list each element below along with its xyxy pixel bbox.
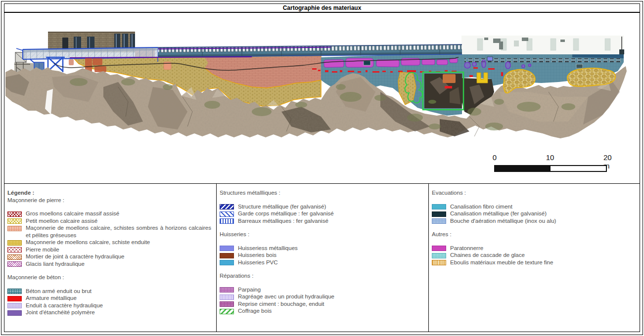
legend-item: Petit moellon calcaire assisé [7, 217, 211, 225]
ragreage-swatch [220, 294, 234, 300]
legend-item: Barreaux métalliques : fer galvanisé [220, 217, 423, 225]
legend-section-title: Maçonnerie de pierre : [7, 197, 211, 204]
legend-item: Mortier de joint à caractère hydraulique [7, 253, 211, 260]
legend-section-title: Autres : [432, 231, 635, 238]
legend-item: Bouche d'aération métallique (inox ou al… [432, 217, 635, 225]
schiste-enduite-swatch [7, 240, 22, 246]
content-box: 0 10 20 m Légende :Maçonnerie de pierre … [4, 12, 640, 332]
legend-item-label: Garde corps métallique : fer galvanisé [238, 210, 423, 217]
structure-metallique-swatch [220, 204, 234, 210]
legend-item: Paratonnerre [432, 245, 635, 252]
legend-section: Autres :ParatonnerreChaines de cascade d… [432, 231, 635, 266]
legend-item-label: Canalisation fibro ciment [450, 203, 635, 210]
chaines-glace-swatch [432, 253, 446, 258]
huisserie-metal-swatch [220, 246, 234, 251]
legend-item: Huisseriess métalliques [220, 245, 423, 252]
huisserie-pvc-swatch [220, 260, 234, 265]
legend-item-label: Maçonnerie de moellons calcaire, schiste… [26, 239, 211, 246]
legend-section: Huisseries :Huisseriess métalliquesHuiss… [220, 231, 423, 266]
legend-item: Parpaing [220, 286, 423, 294]
legend-item: Ragréage avec un produit hydraulique [220, 293, 423, 300]
legend-item: Canalisation fibro ciment [432, 203, 635, 210]
legend-section: Réparations :ParpaingRagréage avec un pr… [220, 272, 423, 315]
bouche-aeration-swatch [432, 218, 446, 224]
title-bar: Cartographie des materiaux [4, 3, 640, 12]
glacis-swatch [7, 261, 22, 267]
legend-item-label: Reprise ciment : bouchage, enduit [238, 300, 423, 308]
legend-section: Evacuations :Canalisation fibro cimentCa… [432, 189, 635, 224]
legend-item-label: Gros moellons calcaire massif assisé [26, 210, 211, 217]
coffrage-zone [398, 72, 463, 110]
legend-item: Structure métallique (fer galvanisé) [220, 203, 423, 210]
canalisation-fibro-swatch [432, 204, 446, 210]
white-building [461, 36, 624, 54]
reprise-ciment-swatch [220, 301, 234, 307]
legend-item-label: Pierre mobile [26, 246, 211, 253]
legend-item-label: Barreaux métalliques : fer galvanisé [238, 217, 423, 225]
legend-column-2: Structures métallliques :Structure métal… [216, 184, 428, 332]
metal-frame-box [487, 57, 493, 61]
legend-item-label: Enduit à caractère hydraulique [26, 302, 211, 309]
figure-area: 0 10 20 m [4, 13, 640, 183]
legend-item: Gros moellons calcaire massif assisé [7, 210, 211, 217]
legend-item-label: Armature métallique [26, 294, 211, 302]
legend-item: Enduit à caractère hydraulique [7, 302, 211, 309]
legend-item: Huisseries bois [220, 252, 423, 259]
legend-item: Maçonnerie de moellons calcaire, schiste… [7, 239, 211, 246]
legend-item-label: Huisseriess métalliques [238, 245, 423, 252]
legend-section-title: Structures métallliques : [220, 189, 423, 197]
scale-bar-white-segment [551, 166, 606, 171]
legend-item: Garde corps métallique : fer galvanisé [220, 210, 423, 217]
legend-item: Eboulis matériaux meuble de texture fine [432, 259, 635, 266]
legend-item-label: Chaines de cascade de glace [450, 252, 635, 259]
legend-item-label: Canalisation métallique (fer galvanisé) [450, 210, 635, 217]
petit-moellon-swatch [7, 218, 22, 224]
legend-item-label: Huisseries PVC [238, 259, 423, 266]
legend-item: Glacis liant hydraulique [7, 260, 211, 268]
joint-polymere-swatch [7, 310, 22, 316]
legend-section-title: Maçonnerie de béton : [7, 274, 211, 281]
recessed-box [576, 64, 583, 68]
legend-section-title: Réparations : [220, 272, 423, 280]
legend-item-label: Glacis liant hydraulique [26, 260, 211, 268]
legend-item-label: Parpaing [238, 286, 423, 294]
pierre-mobile-swatch [7, 247, 22, 252]
legend-item: Béton armé enduit ou brut [7, 288, 211, 295]
mortier-joint-swatch [7, 254, 22, 260]
scale-bar-rule [494, 165, 607, 172]
garde-corps-swatch [220, 211, 234, 217]
legend-item: Coffrage bois [220, 307, 423, 315]
legend-item: Armature métallique [7, 294, 211, 302]
scale-bar-black-segment [495, 166, 551, 171]
legend-item: Reprise ciment : bouchage, enduit [220, 300, 423, 308]
legend-section: Maçonnerie de pierre :Gros moellons calc… [7, 197, 211, 268]
legend-column-1: Légende :Maçonnerie de pierre :Gros moel… [4, 184, 216, 332]
legend-column-3: Evacuations :Canalisation fibro cimentCa… [428, 184, 640, 332]
eboulis-swatch [432, 260, 446, 265]
legend-item: Maçonnerie de moellons calcaire, schiste… [7, 224, 211, 239]
legend-section-title: Evacuations : [432, 189, 635, 197]
legend-item: Canalisation métallique (fer galvanisé) [432, 210, 635, 217]
legend-item-label: Coffrage bois [238, 307, 423, 315]
scale-bar: 0 10 20 m [479, 153, 623, 175]
legend-item: Pierre mobile [7, 246, 211, 253]
legend-title: Légende : [7, 189, 211, 197]
paratonnerre-swatch [432, 246, 446, 251]
legend-section: Maçonnerie de béton :Béton armé enduit o… [7, 274, 211, 316]
scale-tick-10: 10 [546, 153, 554, 162]
legend-item-label: Joint d'étanchéité polymère [26, 309, 211, 316]
canalisation-metal-swatch [432, 211, 446, 217]
legend-item-label: Petit moellon calcaire assisé [26, 217, 211, 225]
legend-item: Chaines de cascade de glace [432, 252, 635, 259]
legend-item: Huisseries PVC [220, 259, 423, 266]
legend-item-label: Ragréage avec un produit hydraulique [238, 293, 423, 300]
schistes-sombres-swatch [7, 226, 22, 231]
huisserie-bois-swatch [220, 253, 234, 258]
legend-item-label: Bouche d'aération métallique (inox ou al… [450, 217, 635, 225]
gros-moellons-swatch [7, 211, 22, 217]
scale-tick-0: 0 [493, 153, 497, 162]
orange-patch-in-cave [443, 74, 456, 83]
armature-swatch [7, 296, 22, 301]
legend-item-label: Eboulis matériaux meuble de texture fine [450, 259, 635, 266]
legend-section-title: Huisseries : [220, 231, 423, 238]
